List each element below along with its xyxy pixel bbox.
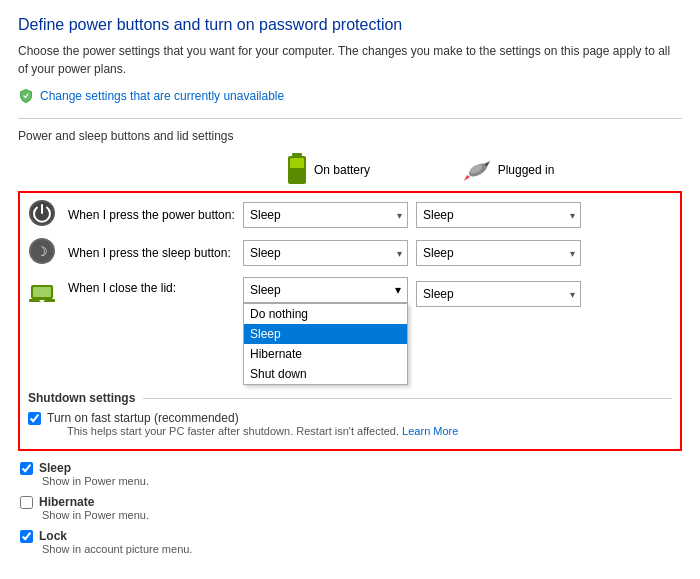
lid-plugged-select[interactable]: Sleep Do nothing Hibernate Shut down xyxy=(416,281,581,307)
power-battery-dropdown[interactable]: Sleep Do nothing Hibernate Shut down ▾ xyxy=(243,202,408,228)
lid-plugged-dropdown[interactable]: Sleep Do nothing Hibernate Shut down ▾ xyxy=(416,281,581,307)
sleep-battery-dropdown[interactable]: Sleep Do nothing Hibernate Shut down ▾ xyxy=(243,240,408,266)
lid-row: When I close the lid: Sleep ▾ Do nothing… xyxy=(28,275,672,311)
power-plugged-select[interactable]: Sleep Do nothing Hibernate Shut down xyxy=(416,202,581,228)
hibernate-item: Hibernate Show in Power menu. xyxy=(20,495,680,521)
svg-text:☽: ☽ xyxy=(36,244,48,259)
change-settings-text: Change settings that are currently unava… xyxy=(40,89,284,103)
lid-battery-selected-value: Sleep xyxy=(250,283,281,297)
hibernate-item-sub: Show in Power menu. xyxy=(42,509,680,521)
below-box: Sleep Show in Power menu. Hibernate Show… xyxy=(18,461,682,555)
sleep-button-row: ☽ When I press the sleep button: Sleep D… xyxy=(28,237,672,269)
fast-startup-sub-text: This helps start your PC faster after sh… xyxy=(67,425,399,437)
plugged-label: Plugged in xyxy=(498,163,555,177)
sleep-button-icon: ☽ xyxy=(28,237,60,269)
page-description: Choose the power settings that you want … xyxy=(18,42,682,78)
power-button-icon xyxy=(28,199,60,231)
sleep-button-label: When I press the sleep button: xyxy=(68,246,243,260)
power-button-label: When I press the power button: xyxy=(68,208,243,222)
power-settings-box: When I press the power button: Sleep Do … xyxy=(18,191,682,451)
sleep-item-header: Sleep xyxy=(20,461,680,475)
lid-battery-dropdown-display[interactable]: Sleep ▾ xyxy=(243,277,408,303)
change-settings-link[interactable]: Change settings that are currently unava… xyxy=(18,88,682,104)
power-header-row: On battery Plugged in xyxy=(18,153,682,187)
hibernate-item-label: Hibernate xyxy=(39,495,94,509)
lid-battery-dropdown-arrow: ▾ xyxy=(395,283,401,297)
dropdown-option-do-nothing[interactable]: Do nothing xyxy=(244,304,407,324)
lock-item-label: Lock xyxy=(39,529,67,543)
lock-item: Lock Show in account picture menu. xyxy=(20,529,680,555)
page-title: Define power buttons and turn on passwor… xyxy=(18,16,682,34)
sleep-battery-select[interactable]: Sleep Do nothing Hibernate Shut down xyxy=(243,240,408,266)
lock-item-sub: Show in account picture menu. xyxy=(42,543,680,555)
plugged-col-header: Plugged in xyxy=(418,159,598,181)
svg-marker-7 xyxy=(464,175,470,181)
lock-item-header: Lock xyxy=(20,529,680,543)
sleep-plugged-select[interactable]: Sleep Do nothing Hibernate Shut down xyxy=(416,240,581,266)
lock-checkbox[interactable] xyxy=(20,530,33,543)
svg-rect-15 xyxy=(33,287,51,297)
power-battery-select[interactable]: Sleep Do nothing Hibernate Shut down xyxy=(243,202,408,228)
shield-icon xyxy=(18,88,34,104)
lid-dropdown-list: Do nothing Sleep Hibernate Shut down xyxy=(243,303,408,385)
power-plugged-dropdown[interactable]: Sleep Do nothing Hibernate Shut down ▾ xyxy=(416,202,581,228)
lid-battery-dropdown-open[interactable]: Sleep ▾ Do nothing Sleep Hibernate Shut … xyxy=(243,277,408,303)
sleep-item-label: Sleep xyxy=(39,461,71,475)
shutdown-settings-label: Shutdown settings xyxy=(28,391,672,405)
hibernate-item-header: Hibernate xyxy=(20,495,680,509)
hibernate-checkbox[interactable] xyxy=(20,496,33,509)
dropdown-option-sleep[interactable]: Sleep xyxy=(244,324,407,344)
sleep-checkbox[interactable] xyxy=(20,462,33,475)
lid-row-label: When I close the lid: xyxy=(68,281,243,295)
section-buttons-label: Power and sleep buttons and lid settings xyxy=(18,129,682,143)
sleep-item-sub: Show in Power menu. xyxy=(42,475,680,487)
fast-startup-row: Turn on fast startup (recommended) This … xyxy=(28,411,672,439)
learn-more-link[interactable]: Learn More xyxy=(402,425,458,437)
fast-startup-sub: This helps start your PC faster after sh… xyxy=(67,425,458,437)
dropdown-option-hibernate[interactable]: Hibernate xyxy=(244,344,407,364)
battery-label: On battery xyxy=(314,163,370,177)
lid-icon xyxy=(28,279,60,311)
section-divider xyxy=(18,118,682,119)
dropdown-option-shutdown[interactable]: Shut down xyxy=(244,364,407,384)
rocket-icon xyxy=(462,159,492,181)
fast-startup-checkbox[interactable] xyxy=(28,412,41,425)
sleep-item: Sleep Show in Power menu. xyxy=(20,461,680,487)
svg-rect-3 xyxy=(290,168,304,182)
power-button-row: When I press the power button: Sleep Do … xyxy=(28,199,672,231)
fast-startup-label: Turn on fast startup (recommended) xyxy=(47,411,239,425)
battery-col-header: On battery xyxy=(238,153,418,187)
battery-icon xyxy=(286,153,308,187)
svg-rect-0 xyxy=(292,153,302,156)
sleep-plugged-dropdown[interactable]: Sleep Do nothing Hibernate Shut down ▾ xyxy=(416,240,581,266)
